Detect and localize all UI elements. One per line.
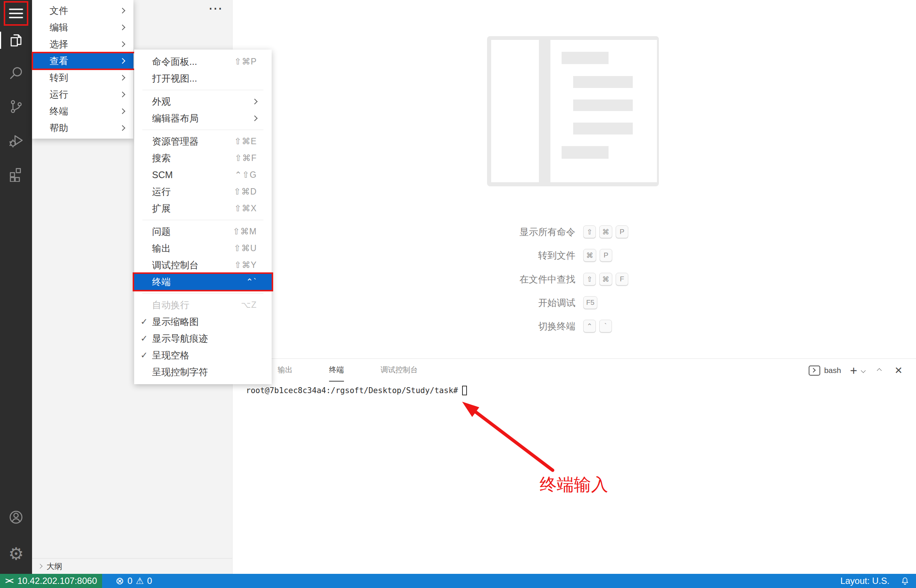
remote-icon: >< [5,576,14,586]
settings-button[interactable]: ⚙ [0,543,32,565]
annotation-label: 终端输入 [540,473,608,496]
notifications-button[interactable] [900,576,910,586]
watermark-shortcut-row: 切换终端 ⌃ ` [233,318,916,334]
menu-item-scm[interactable]: SCM ⌃⇧G [134,166,272,183]
check-icon: ✓ [141,333,147,344]
menu-item-terminal-view[interactable]: 终端 ⌃` [134,273,272,290]
remote-indicator[interactable]: >< 10.42.202.107:8060 [0,574,102,588]
submenu-chevron-icon [120,8,126,14]
submenu-chevron-icon [120,24,126,31]
sidebar-item-search[interactable] [0,62,32,84]
menu-item-show-minimap[interactable]: ✓ 显示缩略图 [134,313,272,330]
menu-separator [142,130,263,130]
menu-item-extensions[interactable]: 扩展 ⇧⌘X [134,200,272,217]
submenu-chevron-icon [120,41,126,47]
menu-item-view[interactable]: 查看 [32,53,133,69]
menu-item-appearance[interactable]: 外观 [134,93,272,110]
shell-selector[interactable]: bash [824,366,841,375]
hamburger-menu-button[interactable] [4,1,28,26]
key-cmd: ⌘ [599,225,612,238]
menu-item-explorer[interactable]: 资源管理器 ⇧⌘E [134,133,272,150]
menu-item-run-view[interactable]: 运行 ⇧⌘D [134,183,272,200]
menu-item-problems[interactable]: 问题 ⇧⌘M [134,223,272,240]
submenu-chevron-icon [120,92,126,98]
search-icon [8,65,24,81]
warning-count: 0 [147,576,152,586]
close-panel-icon[interactable]: ✕ [894,365,903,375]
terminal-content[interactable]: root@7b1cec8c34a4:/rgsoft/Desktop/Study/… [246,386,467,395]
menu-item-goto[interactable]: 转到 [32,69,133,86]
key-shift: ⇧ [583,225,596,238]
menu-item-file[interactable]: 文件 [32,2,133,19]
problems-indicator[interactable]: ⊗ 0 ⚠ 0 [116,576,152,586]
panel-tabs: 输出 终端 调试控制台 [278,359,418,381]
key-ctrl: ⌃ [583,320,596,333]
menu-item-open-view[interactable]: 打开视图... [134,70,272,87]
tab-terminal[interactable]: 终端 [329,359,344,381]
menu-item-output[interactable]: 输出 ⇧⌘U [134,240,272,257]
menu-item-show-breadcrumbs[interactable]: ✓ 显示导航痕迹 [134,330,272,347]
submenu-chevron-icon [252,99,258,105]
files-icon [8,32,24,48]
keyboard-layout-indicator[interactable]: Layout: U.S. [840,576,890,586]
editor-area: 显示所有命令 ⇧ ⌘ P 转到文件 ⌘ P 在文件中查找 ⇧ ⌘ F 开始调试 [233,0,916,359]
account-button[interactable] [0,506,32,528]
status-bar: >< 10.42.202.107:8060 ⊗ 0 ⚠ 0 Layout: U.… [0,574,916,588]
menu-item-run[interactable]: 运行 [32,86,133,103]
view-submenu: 命令面板... ⇧⌘P 打开视图... 外观 编辑器布局 资源管理器 ⇧⌘E 搜… [134,50,272,384]
debug-icon [8,132,24,149]
error-icon: ⊗ [116,576,124,586]
menu-separator [142,293,263,294]
status-bar-right: Layout: U.S. [840,576,916,586]
account-icon [8,509,24,525]
vscode-window: ⚙ ⋯ 大纲 显示所有命令 ⇧ ⌘ P [0,0,916,588]
terminal-prompt: root@7b1cec8c34a4:/rgsoft/Desktop/Study/… [246,386,458,395]
outline-label: 大纲 [47,561,62,572]
menu-item-search[interactable]: 搜索 ⇧⌘F [134,150,272,166]
activity-bar: ⚙ [0,0,32,574]
chevron-right-icon [38,564,42,569]
key-shift: ⇧ [583,273,596,286]
terminal-icon[interactable] [809,365,820,376]
warning-icon: ⚠ [136,577,144,585]
hamburger-icon [9,8,23,10]
check-icon: ✓ [141,350,147,360]
menu-item-render-whitespace[interactable]: ✓ 呈现空格 [134,347,272,363]
terminal-dropdown-icon[interactable] [861,368,866,373]
menu-item-terminal[interactable]: 终端 [32,103,133,120]
more-actions-icon[interactable]: ⋯ [208,0,223,16]
tab-output[interactable]: 输出 [278,359,292,381]
key-f: F [616,273,628,286]
menu-item-edit[interactable]: 编辑 [32,19,133,36]
menu-separator [142,90,263,90]
gear-icon: ⚙ [8,545,23,562]
maximize-panel-icon[interactable] [877,368,882,373]
error-count: 0 [128,576,132,586]
key-cmd: ⌘ [583,249,596,262]
sidebar-item-explorer[interactable] [0,29,32,52]
terminal-cursor [462,386,467,395]
sidebar-item-run-debug[interactable] [0,130,32,152]
menu-item-command-palette[interactable]: 命令面板... ⇧⌘P [134,53,272,70]
submenu-chevron-icon [120,75,126,81]
sidebar-item-source-control[interactable] [0,95,32,118]
tab-debug-console[interactable]: 调试控制台 [380,359,418,381]
menu-item-render-control-characters[interactable]: 呈现控制字符 [134,363,272,380]
new-terminal-button[interactable]: + [850,364,857,377]
submenu-chevron-icon [252,116,258,121]
outline-section-header[interactable]: 大纲 [32,558,232,574]
watermark-shortcut-row: 显示所有命令 ⇧ ⌘ P [233,224,916,240]
remote-host: 10.42.202.107:8060 [18,576,97,586]
sidebar-item-extensions[interactable] [0,163,32,185]
menu-item-selection[interactable]: 选择 [32,36,133,53]
menu-item-debug-console[interactable]: 调试控制台 ⇧⌘Y [134,257,272,273]
submenu-chevron-icon [120,108,126,115]
bottom-panel: 输出 终端 调试控制台 bash + ✕ root@7b1cec8c34a4:/… [233,359,916,574]
watermark-shortcut-row: 开始调试 F5 [233,294,916,311]
menu-item-editor-layout[interactable]: 编辑器布局 [134,110,272,127]
main-menu: 文件 编辑 选择 查看 转到 运行 终端 帮助 [32,0,133,139]
menu-item-help[interactable]: 帮助 [32,120,133,136]
key-cmd: ⌘ [599,273,612,286]
bell-icon [900,576,910,586]
key-p: P [599,249,612,262]
